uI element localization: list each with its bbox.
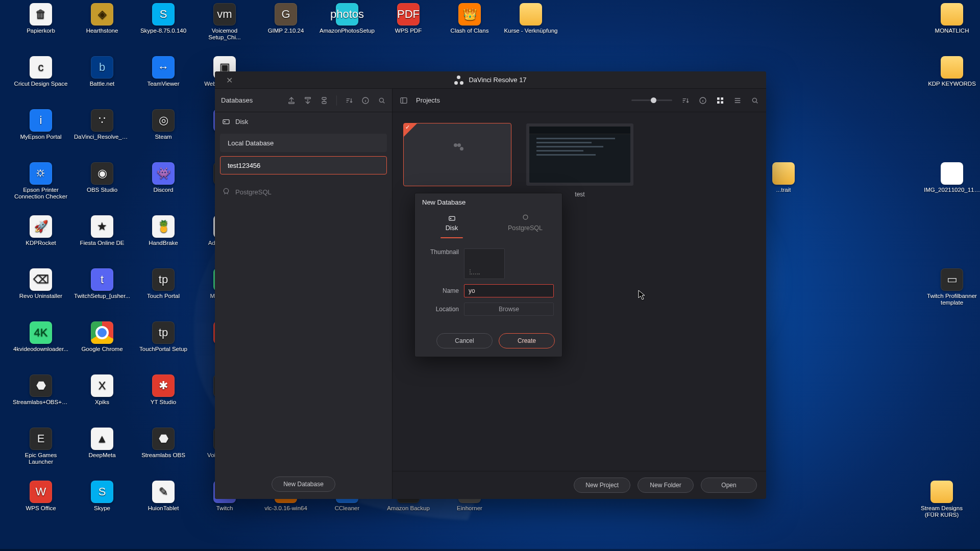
app-icon: i: [30, 109, 52, 132]
db-add-icon[interactable]: [287, 96, 296, 105]
desktop-icon[interactable]: ↔TeamViewer: [135, 56, 191, 87]
desktop-icon[interactable]: ⬣Streamlabs OBS: [135, 428, 191, 459]
icon-label: Clash of Clans: [451, 28, 489, 34]
icon-label: Stream Designs (FÜR KURS): [914, 505, 970, 518]
icon-label: Epic Games Launcher: [13, 452, 69, 465]
taskbar[interactable]: [0, 549, 980, 551]
postgresql-icon: [222, 188, 230, 196]
list-view-icon[interactable]: [733, 96, 742, 105]
desktop-icon[interactable]: ◉OBS Studio: [74, 162, 130, 193]
svg-rect-11: [721, 97, 723, 100]
desktop-icon[interactable]: ⌫Revo Uninstaller: [13, 268, 69, 299]
desktop-icon[interactable]: XXpiks: [74, 374, 130, 406]
sort-icon[interactable]: [681, 96, 690, 105]
desktop-icon[interactable]: PDFWPS PDF: [380, 3, 436, 34]
search-icon[interactable]: [378, 96, 386, 105]
db-link-icon[interactable]: [320, 96, 328, 105]
desktop-icon[interactable]: ▭Twitch Profilbanner template: [924, 268, 980, 306]
desktop-icon[interactable]: ★Fiesta Online DE: [74, 215, 130, 246]
info-icon[interactable]: [361, 96, 370, 105]
desktop-icon[interactable]: ⬣Streamlabs+OBS+S...: [13, 374, 69, 406]
desktop-icon[interactable]: tTwitchSetup_[usher...: [74, 268, 130, 299]
open-button[interactable]: Open: [701, 478, 757, 493]
icon-label: Discord: [154, 187, 174, 193]
close-button[interactable]: ✕: [221, 71, 237, 89]
desktop-icon[interactable]: cCricut Design Space: [13, 56, 69, 87]
app-icon: 🍍: [152, 215, 175, 238]
dialog-actions: Cancel Create: [415, 323, 562, 357]
dialog-tabs: Disk PostgreSQL: [415, 210, 562, 243]
postgresql-section[interactable]: PostgreSQL: [215, 183, 392, 201]
desktop-icon[interactable]: ✎HuionTablet: [135, 481, 191, 512]
info-icon[interactable]: [699, 96, 707, 105]
new-database-button[interactable]: New Database: [272, 477, 335, 492]
desktop-icon[interactable]: 🍍HandBrake: [135, 215, 191, 246]
new-project-button[interactable]: New Project: [574, 478, 630, 493]
sort-icon[interactable]: [345, 96, 353, 105]
desktop-icon[interactable]: tpTouchPortal Setup: [135, 321, 191, 353]
database-item[interactable]: test123456: [220, 156, 387, 174]
svg-rect-13: [721, 101, 723, 104]
app-icon: ↔: [152, 56, 175, 79]
project-card[interactable]: test: [526, 123, 633, 198]
app-icon: [772, 162, 795, 185]
cancel-button[interactable]: Cancel: [436, 333, 493, 348]
desktop-icon[interactable]: KDP KEYWORDS: [924, 56, 980, 87]
thumbnail-dropzone[interactable]: [464, 248, 505, 279]
db-export-icon[interactable]: [304, 96, 312, 105]
desktop-icon[interactable]: Stream Designs (FÜR KURS): [914, 481, 970, 518]
icon-label: GIMP 2.10.24: [268, 28, 304, 34]
desktop-icon[interactable]: tpTouch Portal: [135, 268, 191, 299]
desktop-icon[interactable]: IMG_20211020_114031: [924, 162, 980, 193]
app-icon: c: [30, 56, 52, 79]
thumbnail-size-slider[interactable]: [631, 99, 672, 101]
search-icon[interactable]: [751, 96, 759, 105]
grid-view-icon[interactable]: [716, 96, 724, 105]
desktop-icon[interactable]: 4K4kvideodownloader...: [13, 321, 69, 353]
desktop-icon[interactable]: SSkype: [74, 481, 130, 512]
tab-disk[interactable]: Disk: [415, 210, 488, 243]
desktop-icon[interactable]: MONATLICH: [924, 3, 980, 34]
desktop-icon[interactable]: SSkype-8.75.0.140: [135, 3, 191, 34]
panel-toggle-icon[interactable]: [400, 96, 408, 105]
desktop-icon[interactable]: ◈Hearthstone: [74, 3, 130, 34]
new-database-dialog: New Database Disk PostgreSQL Thumbnail N…: [414, 193, 562, 357]
desktop-icon[interactable]: Google Chrome: [74, 321, 130, 353]
desktop-icon[interactable]: ∵DaVinci_Resolve_16...: [74, 109, 130, 140]
desktop-icon[interactable]: 🗑Papierkorb: [13, 3, 69, 34]
browse-button[interactable]: Browse: [464, 303, 554, 316]
dialog-form: Thumbnail Name Location Browse: [415, 243, 562, 323]
desktop-icon[interactable]: GGIMP 2.10.24: [258, 3, 314, 34]
tab-postgresql[interactable]: PostgreSQL: [488, 210, 562, 243]
databases-sidebar: Databases Disk Local Databaset: [215, 89, 393, 499]
projects-header: Projects: [393, 89, 766, 112]
desktop-icon[interactable]: ◎Steam: [135, 109, 191, 140]
new-folder-button[interactable]: New Folder: [638, 478, 694, 493]
desktop-icon[interactable]: photosAmazonPhotosSetup: [319, 3, 375, 34]
icon-label: Battle.net: [90, 81, 115, 87]
create-button[interactable]: Create: [499, 333, 555, 348]
desktop-icon[interactable]: ⛭Epson Printer Connection Checker: [13, 162, 69, 200]
icon-label: MyEpson Portal: [20, 134, 61, 140]
app-icon: ∵: [91, 109, 113, 132]
desktop-icon[interactable]: 🚀KDPRocket: [13, 215, 69, 246]
app-icon: ⬣: [152, 428, 175, 450]
desktop-icon[interactable]: iMyEpson Portal: [13, 109, 69, 140]
disk-icon: [222, 117, 230, 126]
project-card[interactable]: [404, 123, 511, 198]
desktop-icon[interactable]: Kurse - Verknüpfung: [503, 3, 559, 34]
disk-section[interactable]: Disk: [215, 112, 392, 131]
database-item[interactable]: Local Database: [220, 134, 387, 152]
desktop-icon[interactable]: 👾Discord: [135, 162, 191, 193]
desktop-icon[interactable]: ▲DeepMeta: [74, 428, 130, 459]
desktop-icon[interactable]: 👑Clash of Clans: [442, 3, 498, 34]
desktop-icon[interactable]: WWPS Office: [13, 481, 69, 512]
name-input[interactable]: [464, 284, 554, 297]
desktop-icon[interactable]: bBattle.net: [74, 56, 130, 87]
icon-label: IMG_20211020_114031: [924, 187, 980, 193]
desktop-icon[interactable]: ✱YT Studio: [135, 374, 191, 406]
desktop-icon[interactable]: EEpic Games Launcher: [13, 428, 69, 465]
app-icon: 4K: [30, 321, 52, 344]
desktop-icon[interactable]: vmVoicemod Setup_Chi...: [197, 3, 253, 41]
dialog-title: New Database: [415, 193, 562, 210]
